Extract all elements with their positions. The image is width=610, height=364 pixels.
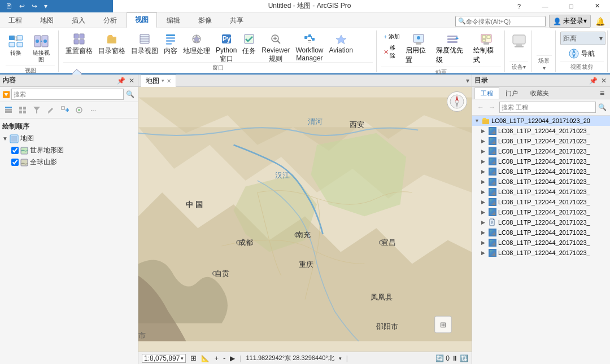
- qa-icon-1[interactable]: 🖹: [3, 2, 15, 11]
- btn-enable-location[interactable]: 启用位置: [404, 32, 433, 67]
- map-tab-close[interactable]: ✕: [167, 78, 171, 84]
- tab-ditu[interactable]: 地图: [32, 13, 62, 28]
- catalog-raster-12[interactable]: ▶ LC08_L1TP_122044_20171023_: [472, 248, 610, 258]
- catalog-raster-1[interactable]: ▶ LC08_L1TP_122044_20171023_: [472, 126, 610, 136]
- tab-shitu[interactable]: 视图: [127, 12, 157, 28]
- catalog-raster-10[interactable]: ▶ LC08_L1TP_122044_20171023_: [472, 227, 610, 238]
- catalog-file-1[interactable]: ▶ LC08_L1TP_122044_20171023_: [472, 217, 610, 227]
- tab-gongxiang[interactable]: 共享: [221, 13, 252, 28]
- tab-bianji[interactable]: 编辑: [158, 13, 189, 28]
- map-content[interactable]: 中 国 西安 渭河 汉江 成都 南充 重庆 自贡 宜昌 凤凰县 邵阳市 市 ⊞: [138, 87, 472, 352]
- measure-icon[interactable]: 📐: [201, 354, 210, 362]
- distance-dropdown[interactable]: 距离 ▾: [560, 32, 605, 45]
- qa-dropdown[interactable]: ▾: [42, 2, 50, 11]
- btn-navigate[interactable]: 导航: [565, 46, 599, 62]
- tab-yingxiang[interactable]: 影像: [190, 13, 220, 28]
- maximize-button[interactable]: □: [558, 0, 584, 12]
- btn-aviation[interactable]: Aviation: [327, 32, 355, 56]
- contents-title: 内容: [2, 76, 116, 85]
- btn-link-view[interactable]: 链接视图: [28, 32, 55, 65]
- search-input[interactable]: [466, 18, 528, 25]
- compass-btn[interactable]: [447, 91, 467, 112]
- more-btn[interactable]: ···: [87, 104, 99, 116]
- scale-dropdown[interactable]: 1:8,075,897 ▾: [142, 354, 186, 363]
- pin-icon[interactable]: 📌: [116, 76, 127, 86]
- help-button[interactable]: ?: [506, 0, 532, 12]
- btn-add-location[interactable]: + 添加: [381, 32, 403, 42]
- layer-world-shadow[interactable]: 全球山影: [2, 156, 136, 168]
- search-btn[interactable]: 🔍: [125, 90, 136, 98]
- qa-icon-redo[interactable]: ↪: [29, 2, 40, 11]
- catalog-raster-8[interactable]: ▶ LC08_L1TP_122044_20171023_: [472, 197, 610, 207]
- world-shadow-checkbox[interactable]: [11, 159, 19, 166]
- catalog-search-input[interactable]: [502, 104, 594, 111]
- draw-btn[interactable]: [73, 104, 85, 116]
- add-btn[interactable]: [59, 104, 71, 116]
- map-dropdown-arrow[interactable]: ▾: [466, 77, 469, 85]
- filter-btn[interactable]: [30, 104, 43, 116]
- catalog-tab-portal[interactable]: 门户: [499, 87, 524, 99]
- login-button[interactable]: 👤 未登录▾: [549, 15, 591, 28]
- tab-charu[interactable]: 插入: [63, 13, 94, 28]
- grid-icon[interactable]: ⊞: [190, 354, 197, 362]
- world-topo-checkbox[interactable]: [11, 147, 19, 154]
- minimize-button[interactable]: —: [532, 0, 558, 12]
- btn-convert[interactable]: ⇅ 转换: [6, 32, 27, 58]
- plus-icon[interactable]: +: [214, 354, 219, 362]
- right-arrow[interactable]: ▶: [230, 354, 235, 362]
- btn-reset-pane[interactable]: 重置窗格: [63, 32, 95, 58]
- btn-reviewer[interactable]: Reviewer规则: [259, 32, 292, 65]
- btn-contents[interactable]: 内容: [162, 32, 180, 58]
- pause-btn[interactable]: ⏸: [451, 354, 458, 362]
- layer-world-topo[interactable]: 世界地形图: [2, 144, 136, 156]
- file-name-1: LC08_L1TP_122044_20171023_: [498, 219, 590, 226]
- btn-catalog-pane[interactable]: 目录窗格: [96, 32, 128, 58]
- catalog-raster-4[interactable]: ▶ LC08_L1TP_122044_20171023_: [472, 156, 610, 166]
- link-view-label: 链接视图: [30, 50, 52, 63]
- btn-remove-location[interactable]: ✕ 移除: [381, 43, 403, 61]
- svg-text:=: =: [307, 37, 311, 45]
- catalog-raster-6[interactable]: ▶ LC08_L1TP_122044_20171023_: [472, 177, 610, 187]
- btn-python[interactable]: Py Python窗口: [213, 32, 239, 65]
- minus-icon[interactable]: -: [223, 354, 225, 362]
- catalog-tab-favorites[interactable]: 收藏夹: [524, 87, 555, 99]
- catalog-raster-3[interactable]: ▶ LC08_L1TP_122044_20171023_: [472, 146, 610, 156]
- catalog-raster-7[interactable]: ▶ LC08_L1TP_122044_20171023_: [472, 187, 610, 197]
- btn-geoprocessing[interactable]: 地理处理: [181, 32, 212, 58]
- catalog-search-btn[interactable]: 🔍: [597, 103, 608, 111]
- catalog-menu-btn[interactable]: ≡: [596, 87, 608, 99]
- table-view-btn[interactable]: [16, 104, 29, 116]
- btn-workflow-manager[interactable]: = WorkflowManager: [293, 32, 325, 64]
- catalog-folder-item[interactable]: ▼ LC08_L1TP_122044_20171023_20: [472, 116, 610, 126]
- catalog-search[interactable]: [499, 102, 596, 113]
- panel-close-icon[interactable]: ✕: [128, 76, 136, 86]
- catalog-raster-5[interactable]: ▶ LC08_L1TP_122044_20171023_: [472, 166, 610, 177]
- coords-dropdown[interactable]: ▾: [339, 356, 342, 361]
- tab-gongcheng[interactable]: 工程: [0, 13, 30, 28]
- catalog-raster-11[interactable]: ▶ LC08_L1TP_122044_20171023_: [472, 238, 610, 248]
- btn-depth-priority[interactable]: 深度优先级: [434, 32, 470, 67]
- btn-catalog-view[interactable]: 目录视图: [129, 32, 160, 58]
- ribbon-search[interactable]: 🔍: [455, 16, 546, 27]
- contents-search-box[interactable]: [11, 89, 124, 100]
- map-tab-dropdown[interactable]: ▾: [162, 78, 164, 84]
- layer-map[interactable]: ▼ 地图: [2, 133, 136, 144]
- catalog-raster-9[interactable]: ▶ LC08_L1TP_122044_20171023_: [472, 207, 610, 217]
- close-button[interactable]: ✕: [584, 0, 610, 12]
- catalog-pin-icon[interactable]: 📌: [588, 76, 599, 86]
- btn-tasks[interactable]: 任务: [240, 32, 258, 58]
- catalog-tab-project[interactable]: 工程: [474, 87, 499, 99]
- forward-btn[interactable]: →: [487, 102, 497, 112]
- list-view-btn[interactable]: [2, 104, 15, 116]
- btn-draw-mode[interactable]: 绘制模式: [472, 32, 501, 67]
- catalog-close-icon[interactable]: ✕: [600, 76, 608, 86]
- refresh-btn[interactable]: 🔃: [460, 354, 468, 362]
- catalog-raster-2[interactable]: ▶ LC08_L1TP_122044_20171023_: [472, 136, 610, 146]
- edit-btn[interactable]: [45, 104, 57, 116]
- notification-button[interactable]: 🔔: [594, 16, 605, 27]
- map-tab[interactable]: 地图 ▾ ✕: [141, 74, 176, 87]
- qa-icon-undo[interactable]: ↩: [17, 2, 27, 11]
- contents-search-input[interactable]: [14, 91, 121, 98]
- back-btn[interactable]: ←: [476, 102, 486, 112]
- tab-fenxi[interactable]: 分析: [95, 13, 125, 28]
